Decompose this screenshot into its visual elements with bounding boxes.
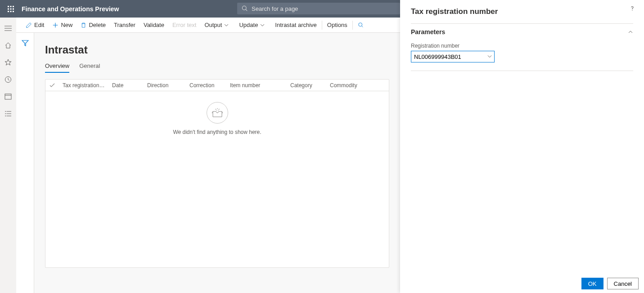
empty-message: We didn't find anything to show here.	[173, 129, 261, 135]
dialog-panel: Tax registration number Parameters Regis…	[400, 0, 644, 293]
options-label: Options	[327, 22, 347, 28]
data-grid: Tax registration num... Date Direction C…	[45, 79, 389, 268]
svg-line-12	[361, 26, 363, 27]
main-content: Intrastat Overview General Tax registrat…	[34, 33, 400, 293]
help-icon[interactable]	[629, 4, 637, 13]
svg-rect-0	[8, 6, 9, 7]
dialog-title: Tax registration number	[411, 4, 498, 23]
empty-state: We didn't find anything to show here.	[45, 91, 389, 135]
transfer-label: Transfer	[114, 22, 135, 28]
svg-rect-5	[13, 8, 14, 9]
dialog-header: Tax registration number	[400, 0, 644, 23]
svg-rect-14	[5, 94, 11, 99]
plus-icon	[52, 22, 59, 28]
intrastat-archive-label: Intrastat archive	[275, 22, 317, 28]
column-item-number[interactable]: Item number	[226, 82, 287, 89]
svg-line-10	[246, 9, 247, 11]
chevron-down-icon[interactable]	[487, 53, 492, 60]
svg-rect-6	[8, 11, 9, 12]
column-category[interactable]: Category	[287, 82, 326, 89]
dialog-footer: OK Cancel	[576, 274, 644, 293]
chevron-up-icon	[628, 30, 633, 34]
global-search[interactable]	[237, 3, 400, 14]
tabs: Overview General	[45, 62, 389, 73]
delete-label: Delete	[89, 22, 106, 28]
chevron-down-icon	[260, 23, 265, 27]
section-title: Parameters	[411, 28, 445, 36]
search-icon	[358, 22, 364, 28]
left-nav-rail	[0, 18, 16, 293]
svg-point-18	[216, 110, 217, 111]
column-direction[interactable]: Direction	[144, 82, 186, 89]
filter-pane-toggle[interactable]	[16, 33, 34, 293]
update-menu[interactable]: Update	[235, 18, 271, 33]
parameters-section: Parameters Registration number	[411, 23, 633, 71]
empty-box-icon	[207, 102, 228, 124]
section-header[interactable]: Parameters	[411, 24, 633, 40]
error-text-label: Error text	[172, 22, 196, 28]
registration-number-combo[interactable]	[411, 51, 495, 62]
transfer-button[interactable]: Transfer	[110, 18, 140, 33]
workspaces-icon[interactable]	[4, 92, 13, 101]
output-menu[interactable]: Output	[200, 18, 235, 33]
registration-number-field: Registration number	[411, 40, 633, 71]
column-correction[interactable]: Correction	[186, 82, 226, 89]
svg-point-9	[242, 6, 246, 10]
svg-rect-3	[8, 8, 9, 9]
tab-general[interactable]: General	[79, 62, 100, 73]
star-icon[interactable]	[4, 58, 13, 67]
separator	[352, 21, 353, 30]
intrastat-archive-button[interactable]: Intrastat archive	[271, 18, 321, 33]
svg-point-15	[215, 109, 216, 110]
page-title: Intrastat	[45, 44, 389, 56]
svg-rect-2	[13, 6, 14, 7]
filter-icon	[22, 40, 29, 46]
new-button[interactable]: New	[48, 18, 77, 33]
find-button[interactable]	[354, 18, 370, 33]
edit-label: Edit	[34, 22, 44, 28]
ok-button[interactable]: OK	[581, 278, 603, 289]
svg-point-17	[219, 109, 220, 110]
pencil-icon	[26, 22, 32, 28]
svg-rect-4	[10, 8, 12, 9]
registration-number-input[interactable]	[411, 51, 494, 62]
modules-icon[interactable]	[4, 109, 13, 118]
svg-point-16	[217, 108, 218, 109]
cancel-button[interactable]: Cancel	[607, 278, 639, 289]
column-commodity[interactable]: Commodity	[326, 82, 380, 89]
field-label: Registration number	[411, 43, 633, 49]
svg-rect-1	[10, 6, 12, 7]
svg-rect-7	[10, 11, 12, 12]
new-label: New	[61, 22, 72, 28]
error-text-button: Error text	[168, 18, 200, 33]
options-button[interactable]: Options	[323, 18, 351, 33]
delete-button[interactable]: Delete	[77, 18, 110, 33]
trash-icon	[81, 22, 86, 28]
svg-point-19	[218, 110, 219, 111]
chevron-down-icon	[224, 23, 229, 27]
home-icon[interactable]	[4, 41, 13, 50]
app-launcher-icon[interactable]	[4, 0, 18, 18]
svg-rect-8	[13, 11, 14, 12]
edit-button[interactable]: Edit	[22, 18, 48, 33]
column-tax-registration[interactable]: Tax registration num...	[59, 82, 108, 89]
hamburger-icon[interactable]	[4, 24, 13, 33]
search-input[interactable]	[252, 5, 396, 12]
validate-button[interactable]: Validate	[140, 18, 168, 33]
recent-icon[interactable]	[4, 75, 13, 84]
grid-header: Tax registration num... Date Direction C…	[45, 80, 389, 91]
separator	[322, 21, 322, 30]
update-label: Update	[239, 22, 258, 28]
search-icon	[242, 5, 248, 12]
app-title: Finance and Operations Preview	[22, 5, 119, 13]
tab-overview[interactable]: Overview	[45, 62, 69, 73]
output-label: Output	[204, 22, 222, 28]
validate-label: Validate	[144, 22, 164, 28]
column-date[interactable]: Date	[108, 82, 144, 89]
svg-point-11	[358, 22, 362, 26]
select-all-column[interactable]	[45, 83, 59, 88]
